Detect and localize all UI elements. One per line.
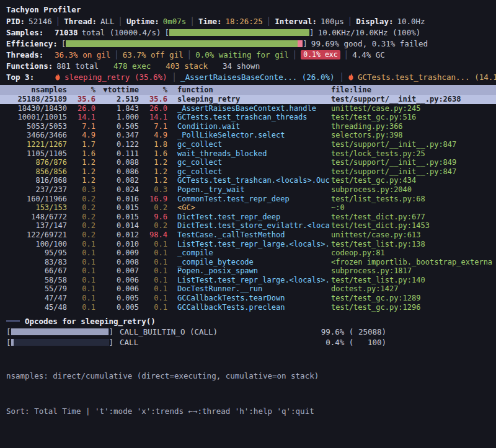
status-bar: PID: 52146 Thread: ALL Uptime: 0m07s Tim… [0, 15, 496, 27]
table-row[interactable]: 856/856 1.2 0.086 1.2 gc_collect test/su… [0, 167, 496, 177]
interval-value: 100µs [321, 17, 344, 26]
table-row[interactable]: 1105/1105 1.6 0.111 1.6 wait_threads_blo… [0, 149, 496, 159]
table-row[interactable]: 83/83 0.1 0.008 0.1 _compile_bytecode <f… [0, 258, 496, 267]
direct-percent-cell: 1.2 [67, 158, 95, 167]
direct-percent-cell: 0.2 [67, 203, 95, 213]
direct-percent-cell: 14.1 [67, 113, 95, 122]
table-row[interactable]: 122/69721 0.2 0.012 98.4 TestCase._callT… [0, 231, 496, 240]
file-line-cell: test/list_tests.py:68 [330, 195, 496, 204]
nsamples-cell: 1105/1105 [0, 149, 67, 159]
table-row[interactable]: 10001/10015 14.1 1.000 14.1 GCTests.test… [0, 113, 496, 122]
table-row[interactable]: 18430/18430 26.0 1.843 26.0 _AssertRaise… [0, 104, 496, 113]
cumulative-percent-cell: 35.6 [139, 95, 167, 104]
table-row[interactable]: 58/58 0.1 0.006 0.1 ListTest.test_repr_l… [0, 276, 496, 285]
file-line-cell: ~:0 [330, 203, 496, 213]
table-row[interactable]: 5053/5053 7.1 0.505 7.1 Condition.wait t… [0, 122, 496, 131]
opcode-name: CALL_BUILTIN_O (CALL) [113, 327, 293, 336]
function-cell: _PollLikeSelector.select [167, 131, 330, 140]
table-row[interactable]: 66/67 0.1 0.007 0.1 Popen._posix_spawn s… [0, 266, 496, 276]
nsamples-cell: 816/868 [0, 176, 67, 185]
direct-percent-cell: 0.1 [67, 284, 95, 294]
functions-label: Functions: [6, 61, 53, 71]
cumulative-percent-cell: 0.1 [139, 266, 167, 276]
cumulative-percent-cell: 0.1 [139, 240, 167, 249]
tottime-cell: 0.006 [95, 276, 139, 285]
tottime-cell: 0.111 [95, 149, 139, 159]
table-row[interactable]: 876/876 1.2 0.088 1.2 gc_collect test/su… [0, 158, 496, 167]
function-cell: gc_collect [167, 158, 330, 167]
uptime-label: Uptime: [126, 17, 159, 26]
file-line-cell: test/test_list.py:140 [330, 276, 496, 285]
function-cell: Popen._try_wait [167, 185, 330, 195]
column-direct-percent[interactable]: % [67, 85, 95, 95]
table-row[interactable]: 160/11966 0.2 0.016 16.9 CommonTest.test… [0, 195, 496, 204]
file-line-cell: threading.py:366 [330, 122, 496, 131]
table-row[interactable]: 55/79 0.1 0.006 0.1 DocTestRunner.__run … [0, 284, 496, 294]
functions-row: Functions: 881 total 478 exec 403 stack … [0, 60, 496, 71]
separator [187, 50, 192, 59]
table-row[interactable]: 3466/3466 4.9 0.347 4.9 _PollLikeSelecto… [0, 131, 496, 140]
samples-rate: 10.0KHz/10.0KHz (100%) [318, 28, 421, 37]
tottime-cell: 0.006 [95, 284, 139, 294]
direct-percent-cell: 0.2 [67, 231, 95, 240]
table-row[interactable]: 237/237 0.3 0.024 0.3 Popen._try_wait su… [0, 185, 496, 195]
profile-table: nsamples % ▼tottime % function file:line… [0, 85, 496, 312]
table-row[interactable]: 1221/1267 1.7 0.122 1.8 gc_collect test/… [0, 140, 496, 149]
function-cell: _compile [167, 248, 330, 258]
table-row[interactable]: 95/95 0.1 0.009 0.1 _compile codeop.py:8… [0, 248, 496, 258]
opcode-stat: 99.6% ( 25088) [293, 327, 386, 336]
direct-percent-cell: 0.2 [67, 221, 95, 231]
cumulative-percent-cell: 0.1 [139, 294, 167, 303]
tottime-cell: 0.088 [95, 158, 139, 167]
functions-exec: 478 exec [113, 61, 151, 71]
column-tottime-sorted[interactable]: ▼tottime [95, 85, 139, 95]
nsamples-cell: 137/147 [0, 221, 67, 231]
column-file-line[interactable]: file:line [330, 85, 496, 95]
table-row[interactable]: 45/48 0.1 0.005 0.1 GCCallbackTests.prec… [0, 303, 496, 312]
separator [293, 50, 298, 59]
tottime-cell: 0.015 [95, 203, 139, 213]
file-line-cell: subprocess.py:1817 [330, 266, 496, 276]
tottime-cell: 0.016 [95, 195, 139, 204]
column-nsamples[interactable]: nsamples [0, 85, 67, 95]
table-row[interactable]: 148/6772 0.2 0.015 9.6 DictTest.test_rep… [0, 213, 496, 222]
table-row[interactable]: 25188/25189 35.6 2.519 35.6 sleeping_ret… [0, 95, 496, 104]
nsamples-cell: 1221/1267 [0, 140, 67, 149]
function-cell: ListTest.test_repr_large.<locals>.c... [167, 276, 330, 285]
cumulative-percent-cell: 0.3 [139, 185, 167, 195]
separator [56, 17, 61, 26]
function-cell: wait_threads_blocked [167, 149, 330, 159]
file-line-cell: unittest/case.py:245 [330, 104, 496, 113]
display-value: 10.0Hz [397, 17, 425, 26]
column-cumulative-percent[interactable]: % [139, 85, 167, 95]
table-row[interactable]: 47/47 0.1 0.005 0.1 GCCallbackTests.tear… [0, 294, 496, 303]
table-row[interactable]: 153/153 0.2 0.015 0.2 <GC> ~:0 [0, 203, 496, 213]
table-row[interactable]: 100/100 0.1 0.010 0.1 ListTest.test_repr… [0, 240, 496, 249]
table-header[interactable]: nsamples % ▼tottime % function file:line [0, 85, 496, 95]
function-cell: ListTest.test_repr_large.<locals>.c... [167, 240, 330, 249]
column-function[interactable]: function [167, 85, 330, 95]
cumulative-percent-cell: 16.9 [139, 195, 167, 204]
function-cell: CommonTest.test_repr_deep [167, 195, 330, 204]
efficiency-summary: 99.69% good, 0.31% failed [311, 39, 428, 48]
nsamples-cell: 876/876 [0, 158, 67, 167]
function-cell: GCCallbackTests.preclean [167, 303, 330, 312]
table-row[interactable]: 816/868 1.2 0.082 1.2 GCTests.test_trash… [0, 176, 496, 185]
nsamples-cell: 5053/5053 [0, 122, 67, 131]
thread-value[interactable]: ALL [100, 17, 115, 26]
functions-stack: 403 stack [166, 61, 208, 71]
time-value: 18:26:25 [226, 17, 263, 26]
top-function-item: sleeping_retry (35.6%) [55, 72, 167, 82]
samples-label: Samples: [6, 28, 51, 37]
table-row[interactable]: 137/147 0.2 0.014 0.2 DictTest.test_stor… [0, 221, 496, 231]
cumulative-percent-cell: 0.2 [139, 203, 167, 213]
file-line-cell: unittest/case.py:613 [330, 231, 496, 240]
direct-percent-cell: 1.6 [67, 149, 95, 159]
nsamples-cell: 153/153 [0, 203, 67, 213]
nsamples-cell: 55/79 [0, 284, 67, 294]
threads-gc: 4.4% GC [352, 50, 385, 59]
direct-percent-cell: 1.2 [67, 167, 95, 177]
cumulative-percent-cell: 9.6 [139, 213, 167, 222]
nsamples-cell: 10001/10015 [0, 113, 67, 122]
file-line-cell: test/test_list.py:138 [330, 240, 496, 249]
